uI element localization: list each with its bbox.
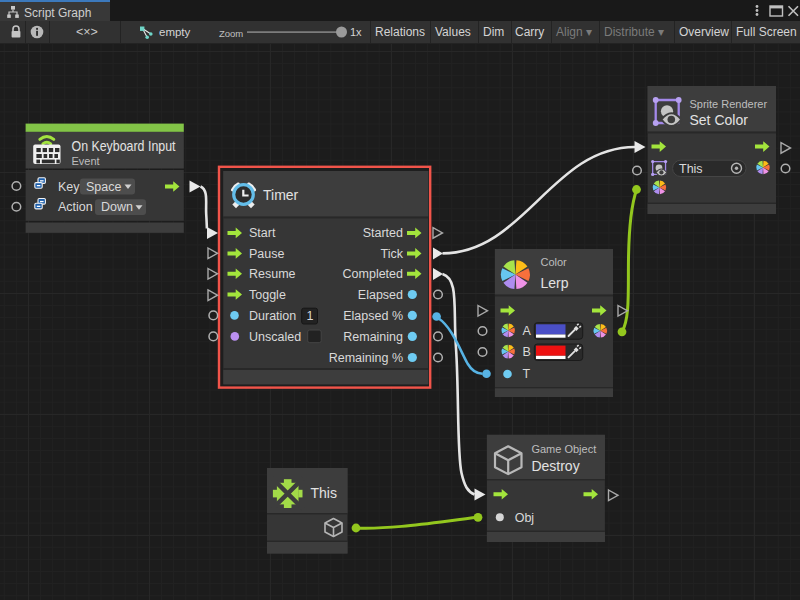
svg-text:A: A [523, 324, 532, 338]
svg-text:Key: Key [58, 180, 80, 194]
svg-text:Remaining: Remaining [343, 330, 403, 344]
svg-text:Elapsed %: Elapsed % [343, 309, 403, 323]
svg-text:Sprite Renderer: Sprite Renderer [690, 98, 768, 110]
svg-text:Remaining %: Remaining % [329, 351, 403, 365]
svg-text:Start: Start [249, 226, 276, 240]
svg-text:Resume: Resume [249, 267, 296, 281]
svg-text:On Keyboard Input: On Keyboard Input [72, 138, 176, 154]
svg-text:Destroy: Destroy [531, 458, 579, 474]
svg-text:Duration: Duration [249, 309, 296, 323]
svg-text:Toggle: Toggle [249, 288, 286, 302]
svg-text:Tick: Tick [381, 247, 404, 261]
svg-text:Pause: Pause [249, 247, 284, 261]
svg-text:1: 1 [307, 309, 314, 323]
svg-text:B: B [523, 345, 531, 359]
svg-text:Set Color: Set Color [690, 112, 749, 128]
svg-text:Event: Event [72, 155, 100, 167]
svg-text:Space: Space [86, 180, 121, 194]
svg-text:This: This [311, 485, 337, 501]
svg-text:This: This [679, 162, 703, 176]
svg-text:Lerp: Lerp [541, 275, 569, 291]
svg-text:T: T [523, 367, 531, 381]
svg-text:Obj: Obj [515, 511, 534, 525]
svg-text:Unscaled: Unscaled [249, 330, 301, 344]
svg-text:Timer: Timer [263, 187, 299, 203]
svg-text:Color: Color [541, 256, 568, 268]
svg-text:Down: Down [101, 200, 133, 214]
svg-text:Action: Action [58, 200, 93, 214]
svg-text:Elapsed: Elapsed [358, 288, 403, 302]
svg-text:Game Object: Game Object [531, 443, 596, 455]
svg-text:Started: Started [363, 226, 403, 240]
svg-text:Completed: Completed [343, 267, 403, 281]
